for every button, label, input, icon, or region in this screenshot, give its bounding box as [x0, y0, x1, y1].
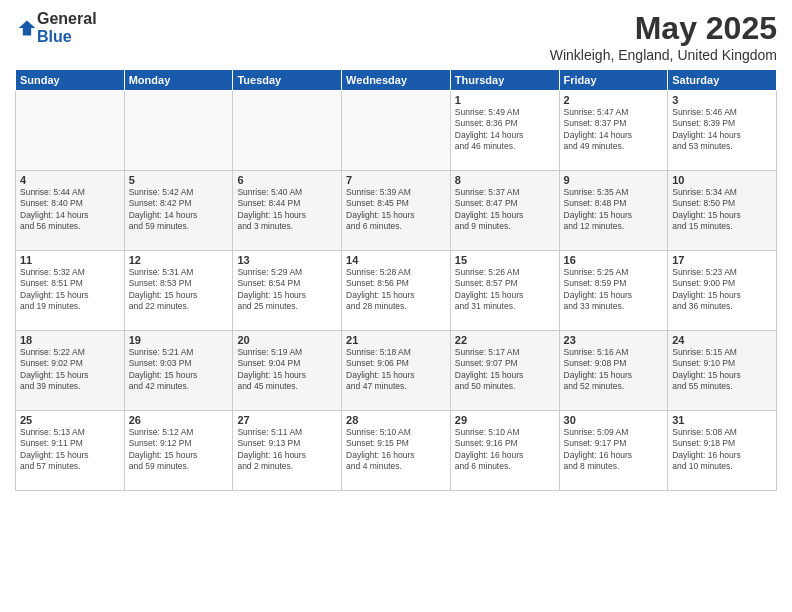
day-number: 20: [237, 334, 337, 346]
day-number: 9: [564, 174, 664, 186]
title-block: May 2025 Winkleigh, England, United King…: [550, 10, 777, 63]
calendar-cell: 31Sunrise: 5:08 AM Sunset: 9:18 PM Dayli…: [668, 411, 777, 491]
day-info: Sunrise: 5:35 AM Sunset: 8:48 PM Dayligh…: [564, 187, 664, 233]
day-info: Sunrise: 5:25 AM Sunset: 8:59 PM Dayligh…: [564, 267, 664, 313]
header-saturday: Saturday: [668, 70, 777, 91]
calendar-cell: 7Sunrise: 5:39 AM Sunset: 8:45 PM Daylig…: [342, 171, 451, 251]
day-number: 15: [455, 254, 555, 266]
day-number: 4: [20, 174, 120, 186]
day-number: 10: [672, 174, 772, 186]
day-number: 25: [20, 414, 120, 426]
day-number: 31: [672, 414, 772, 426]
logo-general-text: General: [37, 10, 97, 28]
calendar-cell: 20Sunrise: 5:19 AM Sunset: 9:04 PM Dayli…: [233, 331, 342, 411]
calendar-cell: 1Sunrise: 5:49 AM Sunset: 8:36 PM Daylig…: [450, 91, 559, 171]
calendar-cell: 26Sunrise: 5:12 AM Sunset: 9:12 PM Dayli…: [124, 411, 233, 491]
day-number: 29: [455, 414, 555, 426]
calendar-week-3: 11Sunrise: 5:32 AM Sunset: 8:51 PM Dayli…: [16, 251, 777, 331]
header-monday: Monday: [124, 70, 233, 91]
day-info: Sunrise: 5:47 AM Sunset: 8:37 PM Dayligh…: [564, 107, 664, 153]
calendar-cell: [124, 91, 233, 171]
calendar-cell: 6Sunrise: 5:40 AM Sunset: 8:44 PM Daylig…: [233, 171, 342, 251]
day-info: Sunrise: 5:10 AM Sunset: 9:16 PM Dayligh…: [455, 427, 555, 473]
day-info: Sunrise: 5:11 AM Sunset: 9:13 PM Dayligh…: [237, 427, 337, 473]
calendar-cell: 23Sunrise: 5:16 AM Sunset: 9:08 PM Dayli…: [559, 331, 668, 411]
day-info: Sunrise: 5:12 AM Sunset: 9:12 PM Dayligh…: [129, 427, 229, 473]
day-number: 26: [129, 414, 229, 426]
day-number: 18: [20, 334, 120, 346]
day-info: Sunrise: 5:28 AM Sunset: 8:56 PM Dayligh…: [346, 267, 446, 313]
header-wednesday: Wednesday: [342, 70, 451, 91]
day-number: 11: [20, 254, 120, 266]
calendar-cell: 25Sunrise: 5:13 AM Sunset: 9:11 PM Dayli…: [16, 411, 125, 491]
day-number: 7: [346, 174, 446, 186]
calendar-cell: 29Sunrise: 5:10 AM Sunset: 9:16 PM Dayli…: [450, 411, 559, 491]
day-info: Sunrise: 5:08 AM Sunset: 9:18 PM Dayligh…: [672, 427, 772, 473]
calendar-cell: 5Sunrise: 5:42 AM Sunset: 8:42 PM Daylig…: [124, 171, 233, 251]
calendar-cell: [16, 91, 125, 171]
calendar-cell: 12Sunrise: 5:31 AM Sunset: 8:53 PM Dayli…: [124, 251, 233, 331]
calendar-cell: 8Sunrise: 5:37 AM Sunset: 8:47 PM Daylig…: [450, 171, 559, 251]
day-number: 8: [455, 174, 555, 186]
day-info: Sunrise: 5:44 AM Sunset: 8:40 PM Dayligh…: [20, 187, 120, 233]
day-number: 14: [346, 254, 446, 266]
svg-marker-0: [19, 20, 36, 35]
day-number: 17: [672, 254, 772, 266]
day-number: 6: [237, 174, 337, 186]
calendar-cell: 4Sunrise: 5:44 AM Sunset: 8:40 PM Daylig…: [16, 171, 125, 251]
calendar-cell: 14Sunrise: 5:28 AM Sunset: 8:56 PM Dayli…: [342, 251, 451, 331]
calendar-cell: 19Sunrise: 5:21 AM Sunset: 9:03 PM Dayli…: [124, 331, 233, 411]
day-info: Sunrise: 5:49 AM Sunset: 8:36 PM Dayligh…: [455, 107, 555, 153]
calendar-header-row: Sunday Monday Tuesday Wednesday Thursday…: [16, 70, 777, 91]
day-info: Sunrise: 5:32 AM Sunset: 8:51 PM Dayligh…: [20, 267, 120, 313]
day-info: Sunrise: 5:18 AM Sunset: 9:06 PM Dayligh…: [346, 347, 446, 393]
day-info: Sunrise: 5:17 AM Sunset: 9:07 PM Dayligh…: [455, 347, 555, 393]
logo: General Blue: [15, 10, 97, 45]
calendar-subtitle: Winkleigh, England, United Kingdom: [550, 47, 777, 63]
calendar-cell: 15Sunrise: 5:26 AM Sunset: 8:57 PM Dayli…: [450, 251, 559, 331]
day-number: 22: [455, 334, 555, 346]
day-info: Sunrise: 5:26 AM Sunset: 8:57 PM Dayligh…: [455, 267, 555, 313]
day-number: 13: [237, 254, 337, 266]
day-info: Sunrise: 5:13 AM Sunset: 9:11 PM Dayligh…: [20, 427, 120, 473]
day-info: Sunrise: 5:31 AM Sunset: 8:53 PM Dayligh…: [129, 267, 229, 313]
day-info: Sunrise: 5:39 AM Sunset: 8:45 PM Dayligh…: [346, 187, 446, 233]
calendar-cell: [342, 91, 451, 171]
calendar-cell: 22Sunrise: 5:17 AM Sunset: 9:07 PM Dayli…: [450, 331, 559, 411]
day-number: 24: [672, 334, 772, 346]
calendar-cell: 11Sunrise: 5:32 AM Sunset: 8:51 PM Dayli…: [16, 251, 125, 331]
day-number: 2: [564, 94, 664, 106]
header-sunday: Sunday: [16, 70, 125, 91]
day-number: 30: [564, 414, 664, 426]
header-tuesday: Tuesday: [233, 70, 342, 91]
calendar-cell: 27Sunrise: 5:11 AM Sunset: 9:13 PM Dayli…: [233, 411, 342, 491]
day-info: Sunrise: 5:42 AM Sunset: 8:42 PM Dayligh…: [129, 187, 229, 233]
day-info: Sunrise: 5:29 AM Sunset: 8:54 PM Dayligh…: [237, 267, 337, 313]
day-info: Sunrise: 5:21 AM Sunset: 9:03 PM Dayligh…: [129, 347, 229, 393]
calendar-cell: 17Sunrise: 5:23 AM Sunset: 9:00 PM Dayli…: [668, 251, 777, 331]
calendar-week-1: 1Sunrise: 5:49 AM Sunset: 8:36 PM Daylig…: [16, 91, 777, 171]
calendar-cell: 24Sunrise: 5:15 AM Sunset: 9:10 PM Dayli…: [668, 331, 777, 411]
day-number: 12: [129, 254, 229, 266]
day-info: Sunrise: 5:40 AM Sunset: 8:44 PM Dayligh…: [237, 187, 337, 233]
logo-blue-text: Blue: [37, 28, 97, 46]
calendar-cell: 21Sunrise: 5:18 AM Sunset: 9:06 PM Dayli…: [342, 331, 451, 411]
calendar-week-5: 25Sunrise: 5:13 AM Sunset: 9:11 PM Dayli…: [16, 411, 777, 491]
calendar-week-2: 4Sunrise: 5:44 AM Sunset: 8:40 PM Daylig…: [16, 171, 777, 251]
calendar-cell: 18Sunrise: 5:22 AM Sunset: 9:02 PM Dayli…: [16, 331, 125, 411]
calendar-cell: [233, 91, 342, 171]
day-info: Sunrise: 5:34 AM Sunset: 8:50 PM Dayligh…: [672, 187, 772, 233]
calendar-cell: 2Sunrise: 5:47 AM Sunset: 8:37 PM Daylig…: [559, 91, 668, 171]
day-number: 21: [346, 334, 446, 346]
day-info: Sunrise: 5:37 AM Sunset: 8:47 PM Dayligh…: [455, 187, 555, 233]
day-info: Sunrise: 5:23 AM Sunset: 9:00 PM Dayligh…: [672, 267, 772, 313]
logo-icon: [17, 18, 37, 38]
calendar-cell: 16Sunrise: 5:25 AM Sunset: 8:59 PM Dayli…: [559, 251, 668, 331]
day-info: Sunrise: 5:16 AM Sunset: 9:08 PM Dayligh…: [564, 347, 664, 393]
day-number: 27: [237, 414, 337, 426]
day-number: 16: [564, 254, 664, 266]
calendar-cell: 30Sunrise: 5:09 AM Sunset: 9:17 PM Dayli…: [559, 411, 668, 491]
day-number: 1: [455, 94, 555, 106]
day-number: 23: [564, 334, 664, 346]
day-number: 19: [129, 334, 229, 346]
